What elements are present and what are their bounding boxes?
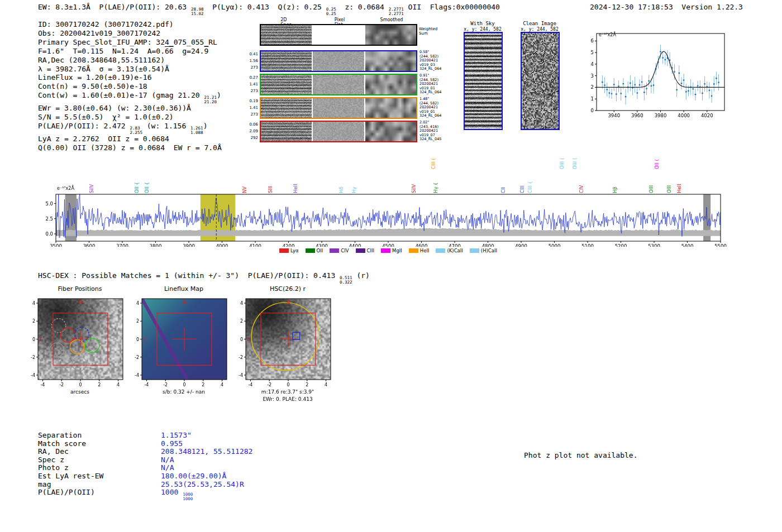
- info-line: EWr = 3.80(±0.64) (w: 2.30(±0.36))Å: [38, 104, 222, 113]
- text-segment: (r): [352, 271, 370, 280]
- stacked-value: 1.2611.088: [190, 126, 203, 135]
- spec2d-row-weights: 0.271.41273: [245, 74, 258, 94]
- emission-line-label: Hβ: [612, 186, 618, 193]
- emission-line-label: OII {: [134, 182, 140, 193]
- text-segment: RA,Dec (208.348648,55.511162): [38, 56, 165, 64]
- info-line: ID: 3007170242 (3007170242.pdf): [38, 20, 222, 29]
- spec2d-raw-panel: [261, 122, 312, 141]
- emission-line-label: OIII (: [572, 158, 578, 169]
- legend-label: Lyα: [290, 248, 299, 253]
- legend-item: MgII: [381, 248, 402, 253]
- spec2d-row-frame: [260, 74, 417, 95]
- table-row-label: Match score: [38, 439, 161, 448]
- legend-label: CIII: [367, 248, 374, 253]
- weighted-sum-label: WeightedSum: [419, 27, 437, 36]
- info-line: P(LAE)/P(OII): 2.472 2.832.255 (w: 1.156…: [38, 122, 222, 135]
- map-caption: s/b: 0.32 +/- nan: [163, 389, 205, 395]
- emission-line-label: CIV: [579, 185, 584, 193]
- text-segment: 208.348121, 55.511282: [161, 447, 252, 456]
- table-row-label: Separation: [38, 431, 161, 440]
- emission-line-label: HeII: [676, 184, 682, 193]
- spectrum-flux-units: e⁻¹⁷x2Å: [57, 186, 74, 191]
- fit-plot-flux-units: e⁻¹⁷x2Å: [599, 32, 616, 37]
- legend-item: HeII: [409, 248, 430, 253]
- text-segment: 9: [204, 47, 208, 55]
- emission-line-label: OIII: [649, 185, 654, 193]
- spec2d-row-annotation: 0.58"(244, 582)20200421v019_03324_RL_064: [419, 50, 446, 71]
- legend-item: (K)CaII: [436, 248, 462, 253]
- spec2d-row-weights: 0.411.56273: [245, 51, 258, 71]
- text-segment: 180.00(±29.00)Å: [161, 472, 226, 480]
- header-summary: EW: 8.3±1.3Å P(LAE)/P(OII): 20.63 28.981…: [38, 3, 500, 16]
- text-segment: EWr = 3.80(±0.64) (w: 2.30(±0.36))Å: [38, 104, 191, 112]
- text-segment: OII Flags:0x00000040: [404, 3, 500, 11]
- table-row-label: Photo z: [38, 463, 161, 472]
- emission-line-label: CIII (: [431, 159, 436, 169]
- spec2d-row-weights: 0.191.41273: [245, 98, 258, 118]
- legend-label: HeII: [420, 248, 430, 253]
- spec2d-smooth-panel: [365, 25, 416, 45]
- info-line: LyA z = 2.2762 OII z = 0.0684: [38, 135, 222, 143]
- table-row-label: Spec z: [38, 456, 161, 464]
- info-line: F=1.6" T=0.115 N=1.24 A=0.66 g=24.9: [38, 47, 222, 56]
- emission-line-label: SIII: [268, 186, 273, 193]
- spec2d-row-annotation: 1.48"(244, 582)20200421v019_01324_RL_064: [419, 97, 446, 118]
- text-segment: λ = 3982.76Å σ = 3.13(±0.54)Å: [38, 65, 169, 73]
- info-line: S/N = 5.5(±0.5) χ² = 1.0(±0.2): [38, 113, 222, 122]
- legend-label: (H)CaII: [481, 248, 497, 253]
- text-segment: (w: 1.156: [142, 122, 190, 130]
- clean-image: [521, 32, 560, 130]
- spec2d-row-weights: 0.062.09292: [245, 121, 258, 141]
- hsc-match-summary: HSC-DEX : Possible Matches = 1 (within +…: [38, 271, 370, 284]
- emission-line-label: Hγ: [351, 187, 357, 193]
- with-sky-title: With Sky: [470, 21, 494, 26]
- map-title: HSC(26.2) r: [270, 285, 306, 293]
- map-title: Fiber Positions: [58, 285, 102, 293]
- table-row-value: 208.348121, 55.511282: [161, 447, 252, 456]
- text-segment: N/A: [161, 463, 174, 472]
- text-segment: S/N = 5.5(±0.5) χ² = 1.0(±0.2): [38, 113, 174, 121]
- table-row: RA, Dec208.348121, 55.511282: [38, 447, 252, 456]
- stacked-value: 10001000: [183, 492, 193, 501]
- map-canvas-lineflux: [125, 294, 237, 388]
- legend-swatch: [306, 248, 315, 253]
- text-segment: 1.1573": [161, 431, 192, 439]
- legend-swatch: [356, 248, 365, 253]
- with-sky-image: [464, 32, 503, 130]
- spec2d-row-frame: [260, 24, 417, 46]
- spec2d-row-frame: [260, 97, 417, 119]
- spec2d-smooth-panel: [365, 51, 416, 71]
- text-segment: ): [203, 122, 208, 130]
- text-segment: P(Lyα): 0.413 Q(z): 0.25: [204, 3, 326, 11]
- map-xlabel: arcsecs: [70, 389, 89, 395]
- text-segment: ): [217, 91, 221, 99]
- table-row-label: P(LAE)/P(OII): [38, 488, 161, 497]
- spec2d-row-annotation: 0.91"(244, 582)20200421v019_01324_RL_064: [419, 74, 446, 95]
- spec2d-row-frame: [260, 50, 417, 72]
- emission-line-label: Hδ: [338, 186, 344, 193]
- table-row-value: 180.00(±29.00)Å: [161, 472, 226, 480]
- legend-swatch: [279, 248, 289, 253]
- emission-line-label: Hγ {: [433, 182, 438, 193]
- table-row-value: N/A: [161, 456, 174, 464]
- text-segment: HSC-DEX : Possible Matches = 1 (within +…: [38, 271, 340, 280]
- legend-item: OII: [306, 248, 323, 253]
- table-row: Separation1.1573": [38, 431, 252, 439]
- spec2d-row-frame: [260, 121, 417, 142]
- spec2d-smooth-panel: [365, 122, 416, 141]
- info-line: Primary Spec_Slot_IFU_AMP: 324_075_055_R…: [38, 38, 222, 47]
- text-segment: 1000: [161, 488, 183, 496]
- spec2d-raw-panel: [261, 98, 312, 118]
- emission-line-label: SiIV: [89, 184, 94, 193]
- table-row: Photo zN/A: [38, 463, 252, 472]
- emission-line-label: CII: [500, 187, 506, 193]
- legend-swatch: [381, 248, 390, 253]
- legend-item: (H)CaII: [470, 248, 497, 253]
- emission-line-label: OIII: [666, 185, 672, 193]
- text-segment: Obs: 20200421v019_3007170242: [38, 29, 160, 37]
- emission-line-label: CIII {: [527, 181, 533, 193]
- legend-item: CIII: [356, 248, 374, 253]
- elixer-report-page: EW: 8.3±1.3Å P(LAE)/P(OII): 20.63 28.981…: [0, 0, 782, 532]
- spec2d-flat-panel: [313, 75, 364, 94]
- legend-swatch: [330, 248, 339, 253]
